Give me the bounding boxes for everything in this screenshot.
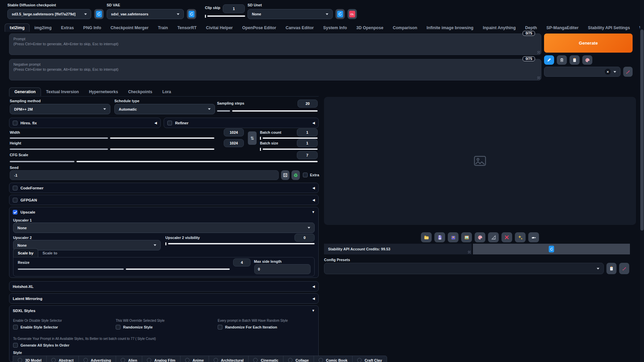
cfg-scale-slider[interactable] xyxy=(10,161,318,162)
upscale-checkbox[interactable] xyxy=(13,210,17,215)
seed-extra-checkbox[interactable] xyxy=(303,173,308,177)
main-tab[interactable]: Civitai Helper xyxy=(201,23,237,32)
resize-input[interactable]: 4 xyxy=(233,258,251,266)
main-tab[interactable]: Comparison xyxy=(388,23,422,32)
height-slider[interactable] xyxy=(10,148,214,150)
resize-handle[interactable] xyxy=(537,51,540,54)
batch-size-input[interactable]: 1 xyxy=(297,139,318,147)
api-credits-field[interactable]: Stability API Account Credits: 99.53 xyxy=(324,244,472,254)
left-panel-tab[interactable]: Hypernetworks xyxy=(84,87,123,96)
enable-style-selector-checkbox[interactable] xyxy=(13,325,18,329)
seed-input[interactable]: -1 xyxy=(10,170,279,180)
left-panel-tab[interactable]: Textual Inversion xyxy=(41,87,84,96)
codeformer-checkbox[interactable] xyxy=(13,186,17,190)
sampling-steps-input[interactable]: 20 xyxy=(298,100,318,108)
collapse-down-icon[interactable]: ▼ xyxy=(312,210,315,214)
style-option[interactable]: Anime xyxy=(180,356,209,362)
cfg-scale-input[interactable]: 7 xyxy=(297,151,318,159)
refiner-section[interactable]: Refiner ◀ xyxy=(164,118,319,128)
send-to-img2img-button[interactable] xyxy=(461,232,472,242)
upscale-header[interactable]: Upscale ▼ xyxy=(9,207,318,215)
vae-select[interactable]: sdxl_vae.safetensors xyxy=(107,9,184,19)
upscaler1-select[interactable]: None xyxy=(13,223,315,233)
randomize-iteration-checkbox[interactable] xyxy=(218,325,222,329)
styles-select[interactable]: × xyxy=(544,67,621,77)
left-panel-tab[interactable]: Lora xyxy=(157,87,176,96)
random-seed-button[interactable]: ⚄ xyxy=(281,170,289,180)
refresh-unet-button[interactable] xyxy=(335,9,345,19)
refresh-checkpoint-button[interactable] xyxy=(94,9,104,19)
main-tab[interactable]: PNG Info xyxy=(78,23,106,32)
collapse-left-icon[interactable]: ◀ xyxy=(154,121,157,125)
max-side-length-input[interactable]: 0 xyxy=(254,264,311,274)
upscaler2-visibility-slider[interactable] xyxy=(165,243,315,244)
swap-dimensions-button[interactable]: ⇅ xyxy=(248,131,257,145)
main-tab[interactable]: txt2img xyxy=(5,23,30,32)
sampling-steps-slider[interactable] xyxy=(217,110,318,112)
config-presets-select[interactable] xyxy=(324,263,604,274)
tab-scale-by[interactable]: Scale by xyxy=(13,248,38,257)
save-zip-button[interactable] xyxy=(448,232,459,242)
generate-button[interactable]: Generate xyxy=(544,34,633,53)
resize-slider[interactable] xyxy=(18,268,230,270)
main-tab[interactable]: Train xyxy=(153,23,173,32)
hires-fix-section[interactable]: Hires. fix ◀ xyxy=(9,118,161,128)
main-tab[interactable]: Checkpoint Merger xyxy=(106,23,153,32)
left-panel-tab[interactable]: Checkpoints xyxy=(123,87,157,96)
main-tab[interactable]: 3D Openpose xyxy=(352,23,388,32)
style-option[interactable]: Analog Film xyxy=(142,356,180,362)
extra-networks-button[interactable] xyxy=(582,55,592,65)
negative-prompt-input[interactable]: Negative prompt (Press Ctrl+Enter to gen… xyxy=(9,59,541,80)
save-preset-button[interactable] xyxy=(606,263,616,274)
sampling-method-select[interactable]: DPM++ 2M xyxy=(10,104,110,114)
checkpoint-select[interactable]: sd3.5_large.safetensors [ffef7a279d] xyxy=(7,9,91,19)
style-option[interactable]: Craft Clay xyxy=(352,356,387,362)
width-slider[interactable] xyxy=(10,137,214,139)
style-option[interactable]: 3D Model xyxy=(13,356,47,362)
marker-button[interactable] xyxy=(528,232,539,242)
gfpgan-section[interactable]: GFPGAN ◀ xyxy=(9,195,319,205)
main-tab[interactable]: img2img xyxy=(30,23,56,32)
main-tab[interactable]: Infinite image browsing xyxy=(422,23,478,32)
clear-prompt-button[interactable] xyxy=(557,55,567,65)
collapse-left-icon[interactable]: ◀ xyxy=(312,198,315,202)
generate-all-styles-checkbox[interactable] xyxy=(13,343,18,348)
hires-fix-checkbox[interactable] xyxy=(13,121,17,125)
scrollbar[interactable] xyxy=(640,0,644,362)
style-option[interactable]: Cinematic xyxy=(248,356,283,362)
refresh-icon[interactable] xyxy=(549,246,554,252)
main-tab[interactable]: OpenPose Editor xyxy=(237,23,281,32)
tab-scale-to[interactable]: Scale to xyxy=(38,248,62,257)
main-tab[interactable]: Canvas Editor xyxy=(281,23,318,32)
style-option[interactable]: Alien xyxy=(116,356,142,362)
style-option[interactable]: Comic Book xyxy=(314,356,353,362)
width-input[interactable]: 1024 xyxy=(224,128,244,136)
refresh-vae-button[interactable] xyxy=(187,9,196,19)
clip-skip-slider[interactable] xyxy=(205,15,245,17)
close-button[interactable] xyxy=(501,232,512,242)
batch-size-slider[interactable] xyxy=(260,148,318,150)
gfpgan-checkbox[interactable] xyxy=(13,198,17,202)
batch-count-slider[interactable] xyxy=(260,137,318,139)
refiner-checkbox[interactable] xyxy=(167,121,172,125)
sdxl-styles-header[interactable]: SDXL Styles ▼ xyxy=(9,306,318,313)
resize-handle[interactable] xyxy=(537,76,540,79)
clear-icon[interactable]: × xyxy=(605,69,611,75)
main-tab[interactable]: Stability API Settings xyxy=(583,23,635,32)
edit-preset-button[interactable] xyxy=(619,263,629,274)
style-option[interactable]: Advertising xyxy=(78,356,116,362)
left-panel-tab[interactable]: Generation xyxy=(9,87,41,96)
main-tab[interactable]: SP-MangaEditer xyxy=(542,23,583,32)
send-to-extras-button[interactable] xyxy=(475,232,485,242)
clip-skip-input[interactable]: 1 xyxy=(223,4,245,13)
prompt-input[interactable]: Prompt (Press Ctrl+Enter to generate, Al… xyxy=(9,34,541,55)
apply-styles-button[interactable] xyxy=(570,55,580,65)
latent-mirroring-section[interactable]: Latent Mirroring ◀ xyxy=(9,293,319,304)
codeformer-section[interactable]: CodeFormer ◀ xyxy=(9,183,319,193)
style-option[interactable]: Architectural xyxy=(209,356,249,362)
collapse-left-icon[interactable]: ◀ xyxy=(312,297,315,300)
style-option[interactable]: Collage xyxy=(283,356,314,362)
resize-handle[interactable] xyxy=(468,251,471,253)
main-tab[interactable]: System Info xyxy=(318,23,352,32)
ruler-button[interactable] xyxy=(488,232,499,242)
